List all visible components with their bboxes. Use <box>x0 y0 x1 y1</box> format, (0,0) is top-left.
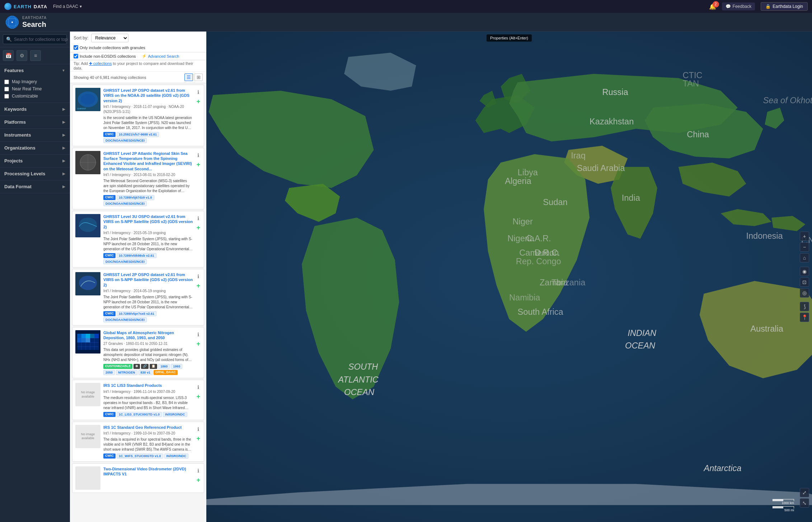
result-desc: The Joint Polar Satellite System (JPSS),… <box>103 237 193 252</box>
logo-data: DATA <box>34 4 47 9</box>
map-imagery-checkbox[interactable] <box>4 80 9 84</box>
svg-text:Russia: Russia <box>602 87 628 97</box>
contract-btn[interactable]: ⤡ <box>800 498 809 508</box>
result-title[interactable]: GHRSST Level 2P OSPO dataset v2.61 from … <box>103 272 193 288</box>
tag-cwic: CWIC <box>103 311 116 316</box>
search-area: 🔍 ✏ <box>0 32 70 47</box>
add-btn-8[interactable]: + <box>196 476 201 485</box>
processing-levels-section: Processing Levels ▶ <box>0 167 70 180</box>
calendar-tool-btn[interactable]: 📅 <box>3 50 14 61</box>
info-btn-8[interactable]: ℹ <box>197 467 200 474</box>
home-btn[interactable]: ⌂ <box>800 253 809 262</box>
processing-levels-section-header[interactable]: Processing Levels ▶ <box>0 167 70 180</box>
add-btn-4[interactable]: + <box>196 281 201 290</box>
result-desc: The Meteosat Second Generation (MSG-3) s… <box>103 179 193 194</box>
info-btn-3[interactable]: ℹ <box>197 215 200 222</box>
tag-isro: IN/ISRO/NDC <box>163 412 187 417</box>
organizations-section-header[interactable]: Organizations ▶ <box>0 142 70 154</box>
info-btn-6[interactable]: ℹ <box>197 384 200 391</box>
table-row: Global Maps of Atmospheric Nitrogen Depo… <box>72 327 204 379</box>
info-btn-2[interactable]: ℹ <box>197 152 200 159</box>
keywords-section: Keywords ▶ <box>0 103 70 116</box>
svg-text:Saudi Arabia: Saudi Arabia <box>577 163 625 173</box>
filter-tool-btn[interactable]: ≡ <box>30 50 41 61</box>
include-non-eos-checkbox[interactable] <box>74 54 78 58</box>
polygon-btn[interactable]: ⟆ <box>800 302 809 311</box>
result-title[interactable]: Two-Dimensional Video Disdrometer (2DVD)… <box>103 466 193 477</box>
list-view-btn[interactable]: ☰ <box>184 73 193 81</box>
tag-doi: 10.7289/v5tk98sb v2.61 <box>117 253 156 258</box>
login-btn[interactable]: 🔒 Earthdata Login <box>761 2 808 11</box>
spatial-icon: ⚙ <box>20 53 24 58</box>
add-btn-7[interactable]: + <box>196 434 201 443</box>
organizations-label: Organizations <box>4 145 36 151</box>
result-meta: Int'l / Interagency · 1996-11-14 to 2007… <box>103 389 193 394</box>
expand-btn[interactable]: ⤢ <box>800 488 809 497</box>
layer-btn[interactable]: ◉ <box>800 267 809 276</box>
near-real-time-checkbox[interactable] <box>4 87 9 91</box>
spatial-tool-btn[interactable]: ⚙ <box>17 50 27 61</box>
platforms-section: Platforms ▶ <box>0 116 70 129</box>
add-btn-2[interactable]: + <box>196 160 201 169</box>
sort-select[interactable]: Relevance Start Date End Date Usage Scor… <box>91 34 128 42</box>
tag-year-2050: 2050 <box>103 370 115 375</box>
tag-cwic: CWIC <box>103 132 116 137</box>
add-btn-6[interactable]: + <box>196 392 201 401</box>
info-btn-5[interactable]: ℹ <box>197 331 200 338</box>
info-btn-1[interactable]: ℹ <box>197 89 200 96</box>
result-title[interactable]: IRS 1C Standard Geo Referenced Product <box>103 425 193 430</box>
add-btn-5[interactable]: + <box>196 340 201 348</box>
feature-near-real-time: Near Real Time <box>4 85 65 92</box>
circle-btn[interactable]: ◎ <box>800 288 809 298</box>
result-tags: CUSTOMIZABLE ⊕ 🔗 📋 1860 1993 2050 NITROG… <box>103 364 193 375</box>
features-section-header[interactable]: Features ▼ <box>0 64 70 77</box>
result-title[interactable]: GHRSST Level 2P OSPO dataset v2.61 from … <box>103 88 193 103</box>
find-daac-btn[interactable]: Find a DAAC ▾ <box>53 4 82 9</box>
result-title[interactable]: GHRSST Level 3U OSPO dataset v2.61 from … <box>103 214 193 229</box>
projects-section-header[interactable]: Projects ▶ <box>0 155 70 167</box>
add-btn-1[interactable]: + <box>196 97 201 106</box>
include-non-eos-label: Include non-EOSDIS collections <box>74 54 136 58</box>
info-btn-7[interactable]: ℹ <box>197 426 200 433</box>
platforms-section-header[interactable]: Platforms ▶ <box>0 116 70 128</box>
result-title[interactable]: Global Maps of Atmospheric Nitrogen Depo… <box>103 330 193 341</box>
result-thumb-7: No imageavailable <box>75 425 100 448</box>
svg-rect-28 <box>86 334 90 338</box>
svg-text:CTIC: CTIC <box>683 71 703 80</box>
svg-text:Indonesia: Indonesia <box>746 231 783 241</box>
result-actions: ℹ + <box>196 151 201 206</box>
main-layout: 🔍 ✏ 📅 ⚙ ≡ Features <box>0 32 812 522</box>
bbox-btn[interactable]: ⊡ <box>800 277 809 287</box>
result-actions: ℹ + <box>196 330 201 375</box>
zoom-in-btn[interactable]: + <box>800 232 809 241</box>
logo-earth: EARTH <box>14 4 32 9</box>
only-granules-checkbox[interactable] <box>74 45 78 50</box>
zoom-out-btn[interactable]: − <box>800 242 809 252</box>
top-nav: EARTHDATA Find a DAAC ▾ 🔔 2 💬 Feedback 🔒… <box>0 0 812 13</box>
notification-bell[interactable]: 🔔 2 <box>709 3 716 10</box>
add-btn-3[interactable]: + <box>196 223 201 232</box>
feedback-btn[interactable]: 💬 Feedback <box>722 3 755 10</box>
result-title[interactable]: IRS 1C LIS3 Standard Products <box>103 383 193 388</box>
result-title[interactable]: GHRSST Level 2P Atlantic Regional Skin S… <box>103 151 193 171</box>
map-imagery-label: Map Imagery <box>12 79 37 84</box>
only-granules-label: Only include collections with granules <box>74 45 145 50</box>
search-box: 🔍 ✏ <box>3 34 67 44</box>
grid-view-btn[interactable]: ⊞ <box>194 73 203 81</box>
pin-btn[interactable]: 📍 <box>800 313 809 322</box>
tag-cwic: CWIC <box>103 195 116 200</box>
search-input[interactable] <box>14 37 68 42</box>
instruments-section-header[interactable]: Instruments ▶ <box>0 129 70 141</box>
svg-text:Cameroon: Cameroon <box>519 248 559 257</box>
keywords-section-header[interactable]: Keywords ▶ <box>0 103 70 115</box>
customizable-checkbox[interactable] <box>4 94 9 99</box>
result-desc: The Joint Polar Satellite System (JPSS),… <box>103 295 193 310</box>
data-format-section-header[interactable]: Data Format ▶ <box>0 180 70 193</box>
info-btn-4[interactable]: ℹ <box>197 273 200 280</box>
advanced-search-link[interactable]: ⚡ Advanced Search <box>142 54 179 58</box>
tip-link[interactable]: ✚ collections <box>89 61 112 66</box>
features-label: Features <box>4 68 24 73</box>
tag-org: DOC/NOAA/NESDIS/NCEI <box>103 138 147 143</box>
results-header: Showing 40 of 6,981 matching collections… <box>70 72 206 83</box>
svg-text:Australia: Australia <box>750 324 784 333</box>
